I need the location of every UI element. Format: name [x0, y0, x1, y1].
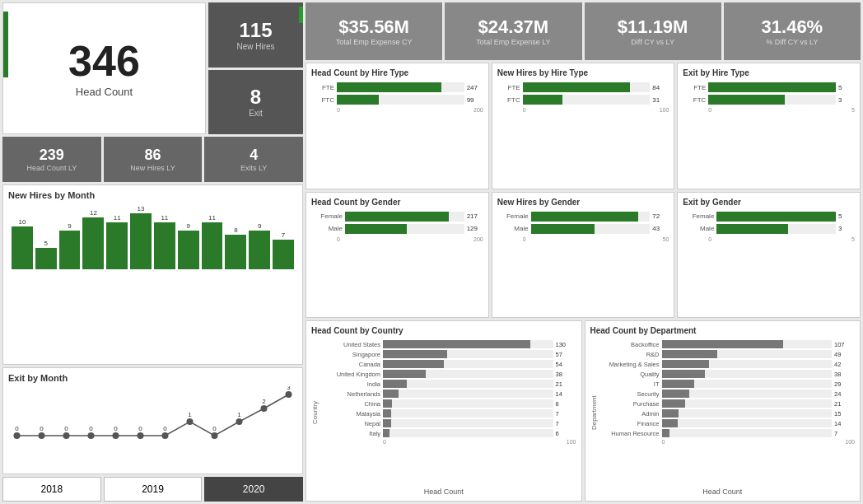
exits-ly-box: 4 Exits LY [204, 137, 303, 182]
hbar-value: 15 [834, 410, 855, 418]
head-count-number: 346 [68, 40, 140, 82]
hbar-label: United States [319, 341, 380, 348]
list-item: IT 29 [598, 380, 856, 388]
hbar-value: 130 [556, 341, 576, 348]
hbar-value: 57 [556, 351, 576, 358]
new-hires-ly-lbl: New Hires LY [130, 164, 175, 172]
new-hires-hire-type-chart: New Hires by Hire Type FTE 84 FTC 31 0 1… [492, 63, 675, 189]
hbar-row: Male 3 [683, 224, 855, 234]
hbar-value: 107 [834, 341, 855, 348]
hbar-label: IT [598, 380, 660, 388]
hbar-fill [716, 212, 836, 222]
hbar-row: Male 43 [497, 224, 669, 234]
hbar-fill [383, 370, 426, 378]
exit-hire-axis: 0 5 [683, 107, 855, 113]
hbar-label: Canada [319, 361, 380, 368]
bar-label: 11 [208, 214, 216, 222]
bar-column: 9 [249, 222, 270, 269]
kpi-card: $11.19MDiff CY vs LY [585, 2, 721, 60]
axis-max: 100 [845, 439, 855, 445]
hbar-label: India [319, 380, 380, 388]
exit-dot-label: 0 [114, 425, 118, 432]
hbar-label: Singapore [319, 351, 380, 358]
hbar-track [523, 95, 651, 105]
year-tab[interactable]: 2019 [104, 477, 203, 502]
country-chart: Head Count by Country Country United Sta… [306, 320, 582, 502]
bar-column: 11 [154, 214, 175, 269]
hbar-track [662, 360, 833, 368]
kpi-label: Total Emp Expense CY [336, 38, 413, 46]
hbar-label: Male [497, 225, 529, 232]
bar [225, 235, 246, 269]
hbar-label: Quality [598, 371, 660, 378]
hbar-label: United Kingdom [319, 371, 380, 378]
bar [178, 231, 199, 269]
hbar-track [662, 419, 833, 427]
hbar-fill [662, 350, 717, 358]
exit-hire-type-chart: Exit by Hire Type FTE 5 FTC 3 0 5 [677, 63, 861, 189]
hbar-track [662, 340, 833, 348]
head-count-ly-num: 239 [40, 147, 64, 164]
exit-hire-title: Exit by Hire Type [683, 68, 855, 77]
bar-column: 7 [273, 231, 294, 269]
hbar-label: Netherlands [319, 390, 380, 398]
kpi-value: $24.37M [478, 16, 549, 38]
hbar-fill [523, 82, 630, 92]
bar [82, 217, 104, 269]
hc-hire-axis: 0 200 [311, 107, 483, 113]
exit-dot-label: 1 [188, 411, 192, 418]
kpi-card: $24.37MTotal Emp Expense LY [445, 2, 581, 60]
hbar-fill [383, 409, 391, 418]
hbar-value: 3 [838, 225, 855, 232]
hbar-track [531, 212, 651, 222]
hbar-value: 217 [467, 212, 483, 220]
exit-by-month-chart: Exit by Month 000000010123 [2, 367, 303, 474]
hbar-fill [383, 350, 447, 358]
exit-dot-label: 1 [237, 411, 241, 418]
list-item: Nepal 7 [319, 419, 576, 427]
hbar-value: 129 [467, 225, 483, 232]
list-item: Backoffice 107 [598, 340, 856, 348]
bar [202, 222, 223, 269]
hbar-track [662, 409, 833, 418]
hbar-label: Female [497, 212, 529, 220]
bar-label: 10 [18, 218, 26, 226]
dept-chart: Head Count by Department Department Back… [585, 320, 861, 502]
exits-ly-lbl: Exits LY [240, 164, 267, 172]
dept-y-label: Department [590, 340, 598, 485]
exit-dot [236, 418, 243, 425]
nh-gender-title: New Hires by Gender [497, 198, 669, 207]
new-hires-ly-box: 86 New Hires LY [104, 137, 203, 182]
hbar-label: Purchase [598, 400, 660, 408]
year-tab[interactable]: 2018 [2, 477, 101, 502]
bar-label: 5 [44, 240, 48, 247]
hbar-row: FTE 5 [683, 82, 855, 92]
hbar-value: 5 [838, 212, 855, 220]
hbar-value: 14 [556, 390, 576, 398]
hbar-track [383, 399, 553, 408]
exit-dot [39, 432, 45, 439]
bar-column: 9 [178, 222, 199, 269]
hbar-fill [662, 419, 678, 427]
nh-hire-bars: FTE 84 FTC 31 [497, 82, 669, 105]
exit-month-title: Exit by Month [8, 373, 297, 383]
hbar-track [383, 409, 553, 418]
hbar-fill [337, 82, 441, 92]
list-item: China 8 [319, 399, 576, 408]
new-hires-number: 115 [239, 19, 272, 42]
bar [249, 231, 270, 269]
exits-ly-num: 4 [250, 147, 258, 164]
exit-dot [14, 432, 21, 439]
bar-column: 8 [225, 226, 246, 269]
hbar-fill [708, 82, 836, 92]
hbar-row: Male 129 [311, 224, 483, 234]
bar-label: 11 [161, 214, 168, 222]
hbar-value: 72 [652, 212, 669, 220]
bar-column: 10 [12, 218, 33, 270]
bar [273, 240, 294, 269]
year-tab[interactable]: 2020 [204, 477, 303, 502]
new-hires-bar-chart: 105912111311911897 [8, 203, 297, 269]
hbar-label: R&D [598, 351, 660, 358]
exit-gender-bars: Female 5 Male 3 [683, 212, 855, 234]
hbar-track [662, 429, 833, 437]
